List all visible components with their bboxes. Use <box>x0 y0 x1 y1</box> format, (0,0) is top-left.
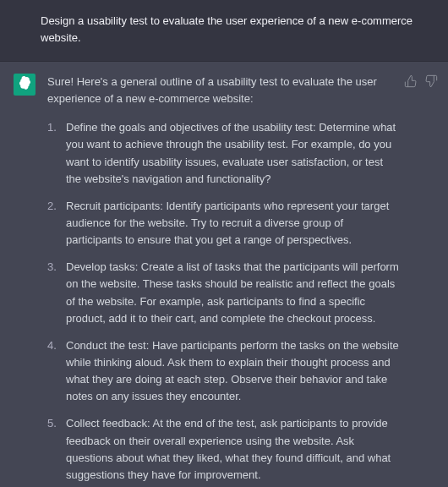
list-item: Define the goals and objectives of the u… <box>47 119 401 188</box>
list-item: Develop tasks: Create a list of tasks th… <box>47 259 401 327</box>
list-item: Recruit participants: Identify participa… <box>47 198 401 249</box>
thumbs-down-button[interactable] <box>424 74 438 88</box>
thumbs-up-icon <box>404 78 418 90</box>
assistant-content: Sure! Here's a general outline of a usab… <box>47 74 438 487</box>
thumbs-down-icon <box>424 78 438 90</box>
list-item: Conduct the test: Have participants perf… <box>47 337 401 406</box>
list-item: Collect feedback: At the end of the test… <box>47 415 401 484</box>
thumbs-up-button[interactable] <box>404 74 418 88</box>
feedback-buttons <box>404 74 438 88</box>
user-prompt-text: Design a usability test to evaluate the … <box>41 13 414 46</box>
assistant-avatar <box>14 74 36 96</box>
assistant-intro-text: Sure! Here's a general outline of a usab… <box>47 74 401 107</box>
user-message: Design a usability test to evaluate the … <box>0 0 448 62</box>
assistant-message: Sure! Here's a general outline of a usab… <box>0 62 448 487</box>
openai-logo-icon <box>18 76 32 93</box>
steps-list: Define the goals and objectives of the u… <box>47 119 401 487</box>
